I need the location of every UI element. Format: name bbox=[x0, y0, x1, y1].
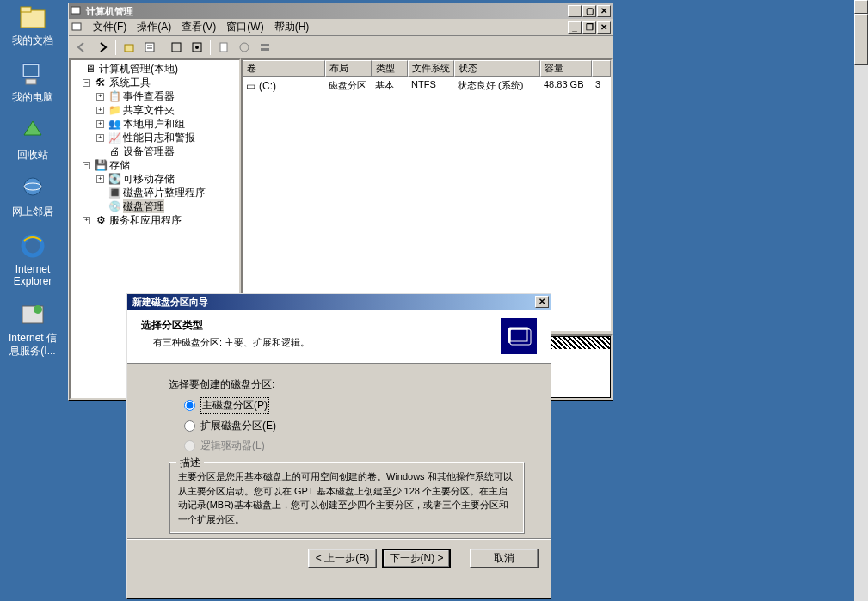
menu-file[interactable]: 文件(F) bbox=[88, 18, 132, 36]
wizard-header: 选择分区类型 有三种磁盘分区: 主要、扩展和逻辑。 bbox=[127, 310, 551, 364]
expander-icon[interactable]: + bbox=[83, 217, 90, 224]
defrag-icon: 🔳 bbox=[108, 186, 121, 199]
svg-rect-13 bbox=[125, 45, 133, 52]
expander-icon[interactable]: + bbox=[96, 175, 104, 183]
menu-view[interactable]: 查看(V) bbox=[176, 18, 221, 36]
expander-icon[interactable]: + bbox=[96, 120, 104, 128]
scroll-thumb[interactable] bbox=[854, 14, 868, 65]
properties-button[interactable] bbox=[140, 38, 159, 57]
vol-free: 3 bbox=[592, 78, 611, 93]
desktop-icon-iis[interactable]: Internet 信 息服务(I... bbox=[0, 301, 65, 357]
col-layout[interactable]: 布局 bbox=[325, 60, 372, 77]
settings-button[interactable] bbox=[235, 38, 254, 57]
svg-rect-12 bbox=[72, 23, 81, 30]
tree-defrag[interactable]: 磁盘碎片整理程序 bbox=[123, 186, 206, 199]
col-extra[interactable] bbox=[592, 60, 611, 77]
computer-icon bbox=[19, 60, 46, 88]
close-button[interactable]: ✕ bbox=[597, 5, 611, 17]
svg-rect-20 bbox=[220, 43, 227, 52]
groupbox-title: 描述 bbox=[176, 456, 204, 470]
expander-icon[interactable]: − bbox=[83, 79, 90, 87]
icon-label: 回收站 bbox=[17, 149, 48, 161]
tree-shared-folders[interactable]: 共享文件夹 bbox=[123, 103, 175, 117]
icon-label: 我的文档 bbox=[12, 34, 53, 46]
mdi-restore-button[interactable]: ❐ bbox=[582, 21, 596, 34]
radio-input bbox=[184, 440, 195, 451]
svg-point-5 bbox=[24, 178, 41, 195]
col-volume[interactable]: 卷 bbox=[243, 60, 325, 77]
volume-list[interactable]: 卷 布局 类型 文件系统 状态 容量 ▭(C:) 磁盘分区 基本 NTFS 状态… bbox=[241, 58, 613, 333]
expander-icon[interactable]: − bbox=[83, 162, 90, 169]
expander-icon[interactable]: + bbox=[96, 107, 104, 114]
back-button[interactable] bbox=[72, 38, 91, 57]
scroll-up-button[interactable] bbox=[854, 0, 868, 14]
menubar: 文件(F) 操作(A) 查看(V) 窗口(W) 帮助(H) _ ❐ ✕ bbox=[69, 19, 613, 36]
col-fs[interactable]: 文件系统 bbox=[408, 60, 454, 77]
radio-label: 主磁盘分区(P) bbox=[200, 397, 269, 414]
removable-icon: 💽 bbox=[108, 172, 121, 186]
menu-help[interactable]: 帮助(H) bbox=[269, 18, 315, 36]
description-text: 主要分区是您用基本磁盘上的可用空间创建的卷。Windows 和其他操作系统可以从… bbox=[178, 469, 515, 526]
expander-icon[interactable]: + bbox=[96, 134, 104, 142]
desktop-icon-recycle[interactable]: 回收站 bbox=[0, 118, 65, 161]
ie-icon bbox=[19, 232, 46, 260]
tree-services-apps[interactable]: 服务和应用程序 bbox=[109, 213, 182, 227]
next-button[interactable]: 下一步(N) > bbox=[382, 549, 451, 568]
view-button[interactable] bbox=[255, 38, 274, 57]
col-capacity[interactable]: 容量 bbox=[540, 60, 592, 77]
desktop-icon-computer[interactable]: 我的电脑 bbox=[0, 60, 65, 103]
titlebar[interactable]: 计算机管理 _ ▢ ✕ bbox=[69, 3, 613, 19]
svg-rect-17 bbox=[172, 43, 181, 52]
wizard-prompt: 选择要创建的磁盘分区: bbox=[169, 377, 525, 392]
menu-window[interactable]: 窗口(W) bbox=[221, 18, 268, 36]
menu-action[interactable]: 操作(A) bbox=[132, 18, 176, 36]
back-button[interactable]: < 上一步(B) bbox=[308, 549, 377, 568]
tree-device-mgr[interactable]: 设备管理器 bbox=[123, 144, 175, 158]
maximize-button[interactable]: ▢ bbox=[582, 5, 596, 17]
wizard-header-sub: 有三种磁盘分区: 主要、扩展和逻辑。 bbox=[153, 336, 501, 349]
svg-rect-23 bbox=[261, 48, 269, 51]
wizard-titlebar[interactable]: 新建磁盘分区向导 ✕ bbox=[127, 294, 551, 310]
forward-button[interactable] bbox=[93, 38, 112, 57]
minimize-button[interactable]: _ bbox=[568, 5, 582, 17]
page-scrollbar[interactable] bbox=[854, 0, 868, 601]
refresh-button[interactable] bbox=[167, 38, 186, 57]
close-button[interactable]: ✕ bbox=[535, 296, 549, 308]
tree-root[interactable]: 计算机管理(本地) bbox=[99, 62, 178, 76]
svg-rect-22 bbox=[261, 44, 269, 46]
tree-disk-mgmt[interactable]: 磁盘管理 bbox=[123, 199, 164, 213]
wizard-button-row: < 上一步(B) 下一步(N) > 取消 bbox=[127, 539, 551, 577]
tree-system-tools[interactable]: 系统工具 bbox=[109, 76, 151, 89]
col-status[interactable]: 状态 bbox=[454, 60, 540, 77]
mdi-minimize-button[interactable]: _ bbox=[568, 21, 582, 34]
tree-local-users[interactable]: 本地用户和组 bbox=[123, 117, 185, 131]
col-type[interactable]: 类型 bbox=[372, 60, 408, 77]
radio-extended-partition[interactable]: 扩展磁盘分区(E) bbox=[184, 419, 525, 433]
up-button[interactable] bbox=[120, 38, 139, 57]
tree-storage[interactable]: 存储 bbox=[109, 158, 130, 172]
vol-status: 状态良好 (系统) bbox=[454, 78, 540, 93]
tools-icon: 🛠 bbox=[94, 76, 108, 89]
desktop-icon-network[interactable]: 网上邻居 bbox=[0, 175, 65, 218]
desktop-icon-documents[interactable]: 我的文档 bbox=[0, 3, 65, 46]
event-icon: 📋 bbox=[108, 89, 121, 103]
svg-rect-14 bbox=[145, 43, 154, 52]
radio-input[interactable] bbox=[184, 400, 195, 411]
volume-row[interactable]: ▭(C:) 磁盘分区 基本 NTFS 状态良好 (系统) 48.83 GB 3 bbox=[243, 77, 611, 94]
expander-icon[interactable]: + bbox=[96, 93, 104, 101]
help-button[interactable] bbox=[214, 38, 233, 57]
radio-input[interactable] bbox=[184, 420, 195, 432]
tree-event-viewer[interactable]: 事件查看器 bbox=[123, 89, 175, 103]
desktop: 我的文档 我的电脑 回收站 网上邻居 Internet Explorer Int… bbox=[0, 0, 65, 371]
svg-rect-11 bbox=[73, 15, 78, 16]
mdi-close-button[interactable]: ✕ bbox=[597, 21, 611, 34]
tree-removable[interactable]: 可移动存储 bbox=[123, 172, 175, 186]
svg-point-21 bbox=[240, 43, 249, 52]
icon-label: Internet 信 息服务(I... bbox=[9, 332, 57, 357]
radio-primary-partition[interactable]: 主磁盘分区(P) bbox=[184, 397, 525, 414]
tree-perf-logs[interactable]: 性能日志和警报 bbox=[123, 131, 195, 144]
wizard-body: 选择要创建的磁盘分区: 主磁盘分区(P) 扩展磁盘分区(E) 逻辑驱动器(L) … bbox=[127, 364, 551, 539]
desktop-icon-ie[interactable]: Internet Explorer bbox=[0, 232, 65, 288]
export-button[interactable] bbox=[188, 38, 206, 57]
cancel-button[interactable]: 取消 bbox=[470, 549, 539, 568]
